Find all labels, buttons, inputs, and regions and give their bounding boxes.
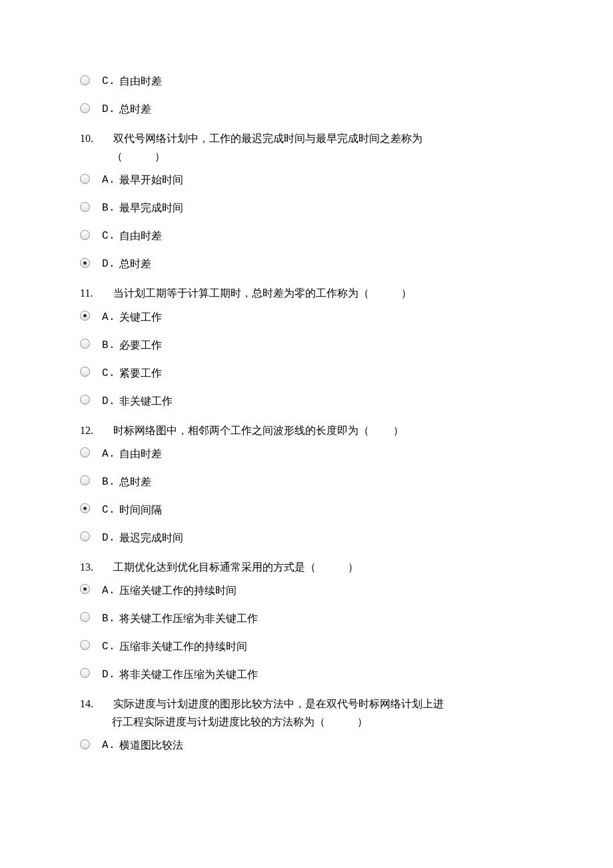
option-letter: A.	[102, 446, 115, 462]
option-letter: A.	[102, 309, 115, 325]
radio-icon[interactable]	[80, 367, 90, 377]
option-text: 横道图比较法	[119, 737, 183, 753]
option-text: 紧要工作	[119, 365, 162, 381]
option-text: 压缩非关键工作的持续时间	[119, 639, 247, 655]
option-letter: D.	[102, 667, 115, 683]
document-page: C.自由时差D.总时差10. 双代号网络计划中，工作的最迟完成时间与最早完成时间…	[0, 0, 613, 868]
option-letter: C.	[102, 228, 115, 244]
option-text: 最早开始时间	[119, 172, 183, 188]
question-text: 工期优化达到优化目标通常采用的方式是（ ）	[113, 561, 358, 573]
question-number: 10.	[80, 129, 103, 147]
question-text-continued: （ ）	[80, 147, 533, 165]
option-row[interactable]: C.压缩非关键工作的持续时间	[80, 639, 533, 655]
option-text: 关键工作	[119, 309, 162, 325]
option-row[interactable]: B.将关键工作压缩为非关键工作	[80, 611, 533, 627]
option-letter: B.	[102, 337, 115, 353]
option-text: 总时差	[119, 256, 151, 272]
option-text: 总时差	[119, 474, 151, 490]
radio-icon[interactable]	[80, 739, 90, 749]
question-number: 13.	[80, 558, 103, 576]
question-text: 实际进度与计划进度的图形比较方法中，是在双代号时标网络计划上进	[113, 698, 444, 709]
radio-icon[interactable]	[80, 503, 90, 513]
question: 14. 实际进度与计划进度的图形比较方法中，是在双代号时标网络计划上进行工程实际…	[80, 695, 533, 731]
radio-dot-icon	[83, 507, 87, 510]
radio-icon[interactable]	[80, 339, 90, 349]
option-text: 总时差	[119, 101, 151, 117]
question: 10. 双代号网络计划中，工作的最迟完成时间与最早完成时间之差称为（ ）	[80, 129, 533, 165]
question-number: 14.	[80, 695, 103, 713]
option-row[interactable]: D.将非关键工作压缩为关键工作	[80, 667, 533, 683]
option-row[interactable]: C.时间间隔	[80, 502, 533, 518]
radio-icon[interactable]	[80, 640, 90, 650]
radio-dot-icon	[83, 587, 87, 591]
option-letter: A.	[102, 583, 115, 599]
option-letter: D.	[102, 393, 115, 409]
question-text-continued: 行工程实际进度与计划进度比较的方法称为（ ）	[80, 713, 533, 731]
radio-icon[interactable]	[80, 447, 90, 457]
option-text: 自由时差	[119, 73, 162, 89]
question-text: 时标网络图中，相邻两个工作之间波形线的长度即为（ ）	[113, 425, 404, 436]
radio-dot-icon	[83, 261, 87, 265]
option-row[interactable]: A.关键工作	[80, 309, 533, 325]
option-letter: A.	[102, 172, 115, 188]
option-letter: C.	[102, 639, 115, 655]
option-letter: B.	[102, 611, 115, 627]
radio-icon[interactable]	[80, 531, 90, 541]
option-letter: D.	[102, 101, 115, 117]
radio-icon[interactable]	[80, 475, 90, 485]
option-row[interactable]: D.总时差	[80, 256, 533, 272]
question-number: 11.	[80, 284, 103, 302]
option-text: 自由时差	[119, 446, 162, 462]
option-row[interactable]: B.必要工作	[80, 337, 533, 353]
radio-icon[interactable]	[80, 202, 90, 212]
option-text: 非关键工作	[119, 393, 173, 409]
question: 12. 时标网络图中，相邻两个工作之间波形线的长度即为（ ）	[80, 421, 533, 439]
option-letter: C.	[102, 365, 115, 381]
option-text: 将关键工作压缩为非关键工作	[119, 611, 258, 627]
radio-icon[interactable]	[80, 584, 90, 594]
radio-icon[interactable]	[80, 612, 90, 622]
radio-icon[interactable]	[80, 230, 90, 240]
option-row[interactable]: C.自由时差	[80, 228, 533, 244]
option-row[interactable]: D.非关键工作	[80, 393, 533, 409]
question-text: 当计划工期等于计算工期时，总时差为零的工作称为（ ）	[113, 287, 412, 299]
question-number: 12.	[80, 421, 103, 439]
option-row[interactable]: A.横道图比较法	[80, 737, 533, 753]
option-text: 将非关键工作压缩为关键工作	[119, 667, 258, 683]
option-letter: A.	[102, 737, 115, 753]
option-letter: C.	[102, 502, 115, 518]
option-letter: B.	[102, 474, 115, 490]
option-letter: D.	[102, 530, 115, 546]
option-letter: B.	[102, 200, 115, 216]
radio-icon[interactable]	[80, 75, 90, 85]
question-text: 双代号网络计划中，工作的最迟完成时间与最早完成时间之差称为	[113, 133, 422, 144]
option-text: 最早完成时间	[119, 200, 183, 216]
option-letter: D.	[102, 256, 115, 272]
option-text: 必要工作	[119, 337, 162, 353]
option-row[interactable]: A.最早开始时间	[80, 172, 533, 188]
radio-icon[interactable]	[80, 174, 90, 184]
option-row[interactable]: A.自由时差	[80, 446, 533, 462]
option-row[interactable]: C.紧要工作	[80, 365, 533, 381]
option-text: 最迟完成时间	[119, 530, 183, 546]
option-row[interactable]: D.最迟完成时间	[80, 530, 533, 546]
radio-icon[interactable]	[80, 668, 90, 678]
option-row[interactable]: C.自由时差	[80, 73, 533, 89]
radio-icon[interactable]	[80, 258, 90, 268]
question: 13. 工期优化达到优化目标通常采用的方式是（ ）	[80, 558, 533, 576]
question: 11. 当计划工期等于计算工期时，总时差为零的工作称为（ ）	[80, 284, 533, 302]
option-row[interactable]: A.压缩关键工作的持续时间	[80, 583, 533, 599]
option-text: 时间间隔	[119, 502, 162, 518]
option-row[interactable]: D.总时差	[80, 101, 533, 117]
radio-icon[interactable]	[80, 103, 90, 113]
option-row[interactable]: B.最早完成时间	[80, 200, 533, 216]
radio-dot-icon	[83, 314, 87, 317]
option-row[interactable]: B.总时差	[80, 474, 533, 490]
option-text: 自由时差	[119, 228, 162, 244]
option-text: 压缩关键工作的持续时间	[119, 583, 237, 599]
option-letter: C.	[102, 73, 115, 89]
radio-icon[interactable]	[80, 311, 90, 321]
radio-icon[interactable]	[80, 395, 90, 405]
